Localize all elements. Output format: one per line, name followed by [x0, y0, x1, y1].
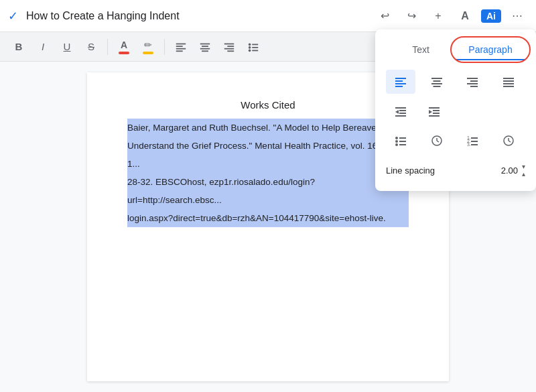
- highlight-button[interactable]: ✏: [137, 36, 159, 58]
- panel-align-center-button[interactable]: [422, 70, 452, 94]
- svg-rect-28: [467, 83, 478, 84]
- svg-rect-6: [200, 48, 210, 49]
- selected-text-block: Baier, Margaret and Ruth Buechsel. "A Mo…: [127, 119, 409, 227]
- indent-grid: [386, 99, 525, 123]
- svg-line-52: [437, 141, 439, 142]
- svg-point-16: [249, 49, 251, 52]
- panel-list-clock-button-2[interactable]: [494, 129, 523, 153]
- svg-point-44: [395, 137, 398, 139]
- indent-decrease-button[interactable]: [386, 99, 415, 123]
- paragraph-tab[interactable]: Paragraph: [456, 40, 525, 60]
- alignment-grid: [386, 70, 525, 94]
- doc-title: How to Create a Hanging Indent: [26, 10, 374, 22]
- list-grid: 1. 2. 3.: [386, 129, 525, 153]
- panel-align-justify-button[interactable]: [494, 70, 523, 94]
- svg-point-46: [395, 140, 398, 143]
- spacing-up-arrow[interactable]: ▴: [522, 171, 525, 178]
- svg-rect-2: [176, 48, 186, 49]
- svg-rect-0: [176, 43, 186, 44]
- svg-rect-25: [433, 86, 440, 87]
- svg-rect-23: [433, 80, 440, 82]
- align-left-button[interactable]: [170, 36, 192, 58]
- svg-marker-35: [395, 110, 399, 114]
- line-spacing-value: 2.00: [498, 166, 518, 176]
- panel-list-clock-button-1[interactable]: [422, 129, 452, 153]
- svg-rect-24: [431, 83, 442, 84]
- svg-rect-33: [503, 86, 514, 87]
- ai-badge[interactable]: Ai: [481, 9, 501, 23]
- spacing-arrows: ▾ ▴: [522, 164, 525, 178]
- panel-numbered-list-button[interactable]: 1. 2. 3.: [458, 129, 487, 153]
- svg-rect-49: [399, 144, 406, 145]
- svg-rect-8: [224, 43, 234, 44]
- svg-rect-32: [503, 83, 514, 84]
- svg-rect-15: [252, 47, 258, 48]
- svg-rect-27: [470, 80, 478, 82]
- svg-rect-47: [399, 141, 406, 142]
- svg-rect-1: [176, 46, 183, 47]
- svg-text:3.: 3.: [467, 142, 471, 147]
- svg-rect-21: [395, 86, 403, 87]
- redo-button[interactable]: ↪: [401, 5, 422, 27]
- svg-rect-42: [433, 113, 440, 114]
- more-button[interactable]: ⋯: [507, 5, 528, 27]
- panel-bullet-list-button[interactable]: [386, 129, 415, 153]
- panel-align-right-button[interactable]: [458, 70, 487, 94]
- svg-point-12: [249, 43, 251, 46]
- bullet-list-button[interactable]: [243, 36, 264, 58]
- svg-rect-11: [227, 50, 234, 52]
- svg-marker-40: [429, 110, 432, 114]
- svg-rect-58: [471, 144, 478, 145]
- svg-rect-34: [395, 107, 406, 109]
- svg-rect-54: [471, 137, 478, 139]
- align-center-button[interactable]: [194, 36, 216, 58]
- svg-rect-29: [470, 86, 478, 87]
- strikethrough-button[interactable]: S: [80, 36, 102, 58]
- text-paragraph-panel: Text Paragraph: [375, 29, 536, 191]
- top-bar: ✓ How to Create a Hanging Indent ↩ ↪ + A…: [0, 0, 536, 32]
- svg-rect-41: [433, 110, 440, 111]
- svg-rect-22: [431, 78, 442, 79]
- text-tab[interactable]: Text: [386, 40, 456, 60]
- svg-rect-18: [395, 78, 406, 79]
- svg-rect-20: [395, 83, 406, 84]
- svg-line-61: [509, 141, 511, 142]
- svg-rect-19: [395, 80, 403, 82]
- spacing-down-arrow[interactable]: ▾: [522, 164, 525, 170]
- svg-rect-4: [200, 43, 210, 44]
- font-format-button[interactable]: A: [454, 5, 476, 27]
- svg-rect-43: [429, 115, 440, 117]
- svg-rect-7: [202, 50, 208, 52]
- svg-rect-5: [202, 46, 208, 47]
- indent-increase-button[interactable]: [419, 99, 449, 123]
- undo-button[interactable]: ↩: [374, 5, 395, 27]
- svg-point-14: [249, 46, 251, 49]
- underline-button[interactable]: U: [56, 36, 78, 58]
- svg-rect-39: [429, 107, 440, 109]
- svg-rect-3: [176, 50, 183, 52]
- add-button[interactable]: +: [427, 5, 449, 27]
- line-spacing-label: Line spacing: [386, 166, 435, 176]
- svg-rect-56: [471, 141, 478, 142]
- svg-rect-36: [399, 110, 406, 111]
- svg-rect-38: [395, 115, 406, 117]
- svg-rect-17: [252, 50, 258, 51]
- svg-rect-37: [399, 113, 406, 114]
- svg-rect-30: [503, 78, 514, 79]
- svg-point-48: [395, 143, 398, 146]
- svg-rect-31: [503, 80, 514, 82]
- panel-align-left-button[interactable]: [386, 70, 415, 94]
- svg-rect-26: [467, 78, 478, 79]
- panel-tabs: Text Paragraph: [386, 40, 525, 60]
- works-cited-heading: Works Cited: [127, 99, 409, 111]
- top-right-actions: ↩ ↪ + A Ai ⋯: [374, 5, 528, 27]
- italic-button[interactable]: I: [32, 36, 54, 58]
- toolbar-separator-2: [164, 39, 165, 55]
- align-right-button[interactable]: [218, 36, 240, 58]
- bold-button[interactable]: B: [8, 36, 29, 58]
- svg-rect-45: [399, 137, 406, 139]
- check-icon: ✓: [8, 9, 18, 23]
- line-spacing-control: 2.00 ▾ ▴: [498, 164, 525, 178]
- font-color-button[interactable]: A: [113, 36, 135, 58]
- svg-rect-9: [227, 46, 234, 47]
